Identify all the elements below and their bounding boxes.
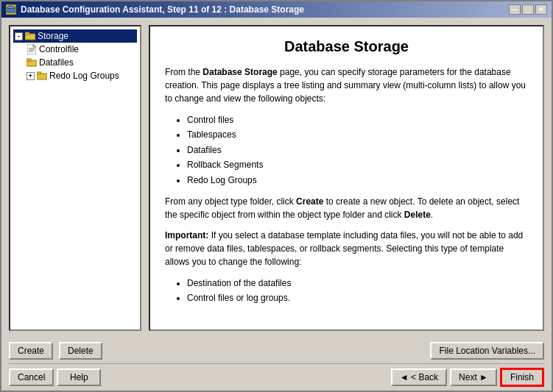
tree-label-storage: Storage [38, 31, 68, 41]
svg-rect-12 [37, 72, 41, 74]
description-paragraph1: From the Database Storage page, you can … [165, 65, 528, 105]
app-icon [6, 4, 16, 15]
bullet-rollback-segments: Rollback Segments [187, 157, 528, 172]
description-paragraph2: From any object type folder, click Creat… [165, 195, 528, 221]
bullet-redo-log-groups: Redo Log Groups [187, 173, 528, 188]
bullet-list-1: Control files Tablespaces Datafiles Roll… [187, 113, 528, 188]
tree-label-redo: Redo Log Groups [49, 71, 119, 81]
next-arrow-icon: ► [479, 372, 488, 382]
main-window: Database Configuration Assistant, Step 1… [0, 0, 553, 392]
action-row: Create Delete File Location Variables... [1, 338, 552, 363]
tree-item-redo-log-groups[interactable]: + Redo Log Groups [13, 69, 137, 82]
create-button[interactable]: Create [9, 342, 53, 360]
tree-label-datafiles: Datafiles [39, 57, 74, 68]
file-location-button[interactable]: File Location Variables... [430, 342, 544, 360]
bullet-tablespaces: Tablespaces [187, 127, 528, 142]
finish-button[interactable]: Finish [500, 368, 544, 387]
right-panel: Database Storage From the Database Stora… [149, 25, 544, 331]
left-panel: - Storage [9, 25, 141, 331]
bullet-list-2: Destination of the datafiles Control fil… [187, 276, 528, 306]
back-arrow-icon: ◄ [400, 372, 409, 382]
next-button[interactable]: Next ► [450, 368, 497, 386]
back-next-finish-group: ◄ < Back Next ► Finish [391, 368, 544, 387]
cancel-help-group: Cancel Help [9, 368, 101, 386]
create-delete-group: Create Delete [9, 342, 102, 360]
title-bar-left: Database Configuration Assistant, Step 1… [6, 4, 304, 15]
close-button[interactable]: ✕ [535, 4, 547, 15]
folder-icon-redo [37, 71, 47, 81]
bullet-datafiles: Datafiles [187, 143, 528, 157]
maximize-button[interactable]: □ [522, 4, 534, 15]
bullet-control-files: Control files [187, 113, 528, 127]
tree-item-storage[interactable]: - Storage [13, 29, 137, 43]
tree-item-controlfile[interactable]: Controlfile [13, 43, 137, 56]
folder-icon-storage [25, 31, 35, 41]
nav-row: Cancel Help ◄ < Back Next ► Finish [1, 364, 552, 391]
file-location-group: File Location Variables... [430, 342, 544, 360]
svg-rect-3 [25, 32, 29, 35]
next-label: Next [459, 372, 477, 382]
title-buttons: — □ ✕ [509, 4, 547, 15]
expand-icon-redo: + [27, 72, 35, 80]
svg-marker-5 [33, 44, 36, 47]
svg-point-1 [7, 6, 15, 9]
bullet-control-files-log: Control files or log groups. [187, 291, 528, 305]
delete-button[interactable]: Delete [59, 342, 102, 360]
description-paragraph3: Important: If you select a database temp… [165, 229, 528, 268]
window-title: Database Configuration Assistant, Step 1… [21, 4, 304, 15]
back-button[interactable]: ◄ < Back [391, 368, 447, 386]
content-area: - Storage [1, 18, 552, 338]
tree-item-datafiles[interactable]: Datafiles [13, 56, 137, 69]
bullet-destination-datafiles: Destination of the datafiles [187, 276, 528, 291]
minimize-button[interactable]: — [509, 4, 521, 15]
title-bar: Database Configuration Assistant, Step 1… [1, 1, 552, 18]
tree-label-controlfile: Controlfile [39, 44, 79, 54]
folder-icon-datafiles [27, 57, 37, 68]
back-label: < Back [411, 372, 438, 382]
cancel-button[interactable]: Cancel [9, 368, 54, 386]
expand-icon-storage: - [15, 32, 23, 40]
page-title: Database Storage [165, 38, 528, 55]
svg-rect-10 [27, 59, 31, 61]
help-button[interactable]: Help [57, 368, 101, 386]
doc-icon-controlfile [27, 44, 37, 54]
